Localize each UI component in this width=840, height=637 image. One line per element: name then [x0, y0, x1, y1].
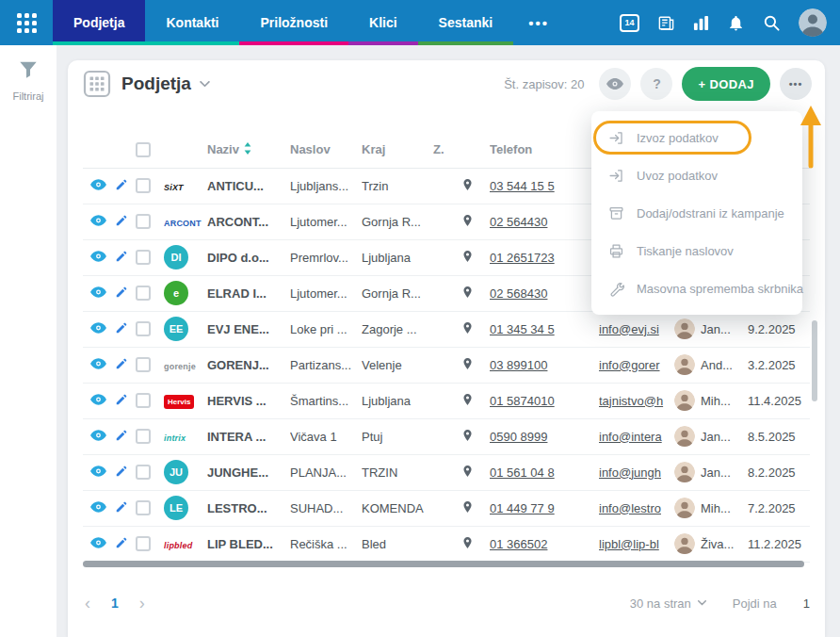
menu-item-tiskanje-naslovov[interactable]: Tiskanje naslovov — [591, 232, 802, 270]
cell-email[interactable]: tajnistvo@h — [599, 394, 663, 408]
col-naslov[interactable]: Naslov — [290, 132, 362, 168]
filter-button[interactable]: Filtriraj — [0, 45, 57, 102]
tab-more[interactable]: ••• — [513, 0, 564, 45]
app-launcher-button[interactable] — [0, 0, 53, 45]
goto-page-input[interactable]: 1 — [803, 596, 810, 611]
per-page-select[interactable]: 30 na stran — [630, 596, 706, 611]
cell-email[interactable]: info@intera — [599, 430, 662, 444]
map-pin-icon[interactable] — [461, 432, 474, 446]
chart-icon[interactable] — [693, 15, 709, 31]
edit-row-icon[interactable] — [115, 286, 128, 302]
help-button[interactable]: ? — [640, 68, 672, 100]
edit-row-icon[interactable] — [115, 178, 128, 194]
edit-row-icon[interactable] — [115, 321, 128, 337]
col-z[interactable]: Z. — [433, 132, 461, 168]
horizontal-scrollbar[interactable] — [83, 561, 804, 567]
map-pin-icon[interactable] — [461, 217, 474, 231]
row-checkbox[interactable] — [136, 429, 151, 444]
map-pin-icon[interactable] — [461, 288, 474, 302]
edit-row-icon[interactable] — [115, 429, 128, 445]
cell-telefon[interactable]: 0590 8999 — [490, 430, 547, 444]
cell-email[interactable]: info@jungh — [599, 466, 661, 480]
cell-telefon[interactable]: 01 561 04 8 — [490, 466, 555, 480]
cell-email[interactable]: info@evj.si — [599, 322, 659, 336]
cell-naziv[interactable]: JUNGHE... — [207, 454, 290, 490]
edit-row-icon[interactable] — [115, 214, 128, 230]
user-avatar[interactable] — [799, 8, 827, 37]
view-row-icon[interactable] — [90, 179, 106, 193]
view-grid-icon[interactable] — [83, 70, 111, 98]
edit-row-icon[interactable] — [115, 465, 128, 481]
row-checkbox[interactable] — [136, 286, 151, 301]
edit-row-icon[interactable] — [115, 357, 128, 373]
map-pin-icon[interactable] — [461, 324, 474, 338]
view-row-icon[interactable] — [90, 215, 106, 229]
vertical-scrollbar[interactable] — [812, 320, 817, 401]
cell-telefon[interactable]: 03 899100 — [490, 358, 547, 372]
row-checkbox[interactable] — [136, 178, 151, 193]
select-all-checkbox[interactable] — [136, 142, 151, 157]
col-kraj[interactable]: Kraj — [362, 132, 433, 168]
cell-telefon[interactable]: 01 449 77 9 — [490, 501, 555, 515]
tab-prilo-nosti[interactable]: Priložnosti — [239, 0, 348, 45]
map-pin-icon[interactable] — [461, 360, 474, 374]
row-checkbox[interactable] — [136, 393, 151, 408]
view-row-icon[interactable] — [90, 394, 106, 408]
view-row-icon[interactable] — [90, 286, 106, 301]
bell-icon[interactable] — [727, 14, 745, 32]
menu-item-masovna-sprememba-skrbnika[interactable]: Masovna sprememba skrbnika — [591, 270, 802, 307]
cell-naziv[interactable]: ARCONT... — [207, 204, 290, 239]
tab-podjetja[interactable]: Podjetja — [53, 0, 145, 45]
cell-email[interactable]: lipbl@lip-bl — [599, 537, 659, 551]
edit-row-icon[interactable] — [115, 500, 128, 516]
row-checkbox[interactable] — [136, 250, 151, 265]
cell-naziv[interactable]: GORENJ... — [207, 347, 290, 383]
map-pin-icon[interactable] — [461, 503, 474, 517]
current-page[interactable]: 1 — [111, 596, 119, 611]
tab-sestanki[interactable]: Sestanki — [418, 0, 514, 45]
map-pin-icon[interactable] — [461, 539, 474, 553]
cell-naziv[interactable]: DIPO d.o... — [207, 239, 290, 275]
edit-row-icon[interactable] — [115, 536, 128, 552]
row-checkbox[interactable] — [136, 500, 151, 515]
cell-naziv[interactable]: LESTRO... — [207, 490, 290, 526]
row-checkbox[interactable] — [136, 321, 151, 336]
menu-item-izvoz-podatkov[interactable]: Izvoz podatkov — [591, 119, 802, 156]
map-pin-icon[interactable] — [461, 467, 474, 482]
cell-telefon[interactable]: 02 568430 — [490, 286, 547, 301]
view-row-icon[interactable] — [90, 251, 106, 265]
tab-kontakti[interactable]: Kontakti — [145, 0, 239, 45]
cell-naziv[interactable]: ELRAD I... — [207, 275, 290, 311]
view-row-icon[interactable] — [90, 430, 106, 444]
calendar-icon[interactable]: 14 — [620, 14, 639, 32]
cell-email[interactable]: info@gorer — [599, 358, 660, 372]
search-icon[interactable] — [763, 14, 781, 32]
edit-row-icon[interactable] — [115, 393, 128, 409]
cell-email[interactable]: info@lestro — [599, 501, 661, 515]
menu-item-uvoz-podatkov[interactable]: Uvoz podatkov — [591, 156, 802, 194]
cell-telefon[interactable]: 01 345 34 5 — [490, 322, 555, 336]
map-pin-icon[interactable] — [461, 396, 474, 410]
row-checkbox[interactable] — [136, 536, 151, 551]
cell-naziv[interactable]: LIP BLED... — [207, 526, 290, 562]
cell-telefon[interactable]: 01 5874010 — [490, 394, 555, 408]
cell-telefon[interactable]: 02 564430 — [490, 215, 547, 229]
view-row-icon[interactable] — [90, 501, 106, 515]
view-row-icon[interactable] — [90, 358, 106, 372]
cell-telefon[interactable]: 01 2651723 — [490, 251, 555, 265]
more-actions-button[interactable]: ••• — [780, 68, 812, 100]
tab-klici[interactable]: Klici — [348, 0, 418, 45]
add-button[interactable]: + DODAJ — [682, 67, 770, 101]
col-telefon[interactable]: Telefon — [490, 132, 599, 168]
row-checkbox[interactable] — [136, 465, 151, 480]
map-pin-icon[interactable] — [461, 181, 474, 195]
cell-naziv[interactable]: INTERA ... — [207, 418, 290, 454]
menu-item-dodaj-odstrani-iz-kampanje[interactable]: Dodaj/odstrani iz kampanje — [591, 194, 802, 232]
row-checkbox[interactable] — [136, 214, 151, 229]
watch-button[interactable] — [599, 68, 631, 100]
col-naziv[interactable]: Naziv — [207, 132, 290, 168]
edit-row-icon[interactable] — [115, 250, 128, 266]
row-checkbox[interactable] — [136, 357, 151, 372]
view-row-icon[interactable] — [90, 466, 106, 480]
cell-telefon[interactable]: 03 544 15 5 — [490, 179, 555, 193]
